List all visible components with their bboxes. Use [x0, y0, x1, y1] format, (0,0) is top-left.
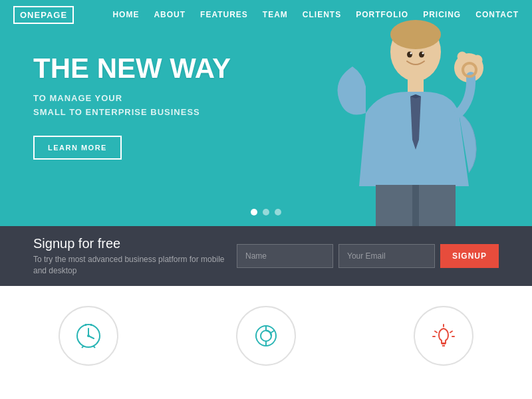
svg-rect-2	[408, 78, 424, 92]
pie-icon-circle	[236, 306, 296, 366]
dot-1[interactable]	[251, 209, 257, 215]
nav-contact[interactable]: CONTACT	[475, 10, 519, 19]
svg-line-32	[435, 331, 437, 332]
svg-rect-10	[416, 185, 456, 226]
svg-rect-11	[412, 185, 419, 226]
feature-item-clock	[29, 306, 148, 366]
feature-item-pie	[206, 306, 326, 366]
dot-3[interactable]	[275, 209, 281, 215]
svg-point-14	[410, 53, 412, 55]
signup-button[interactable]: SIGNUP	[440, 244, 499, 268]
logo-page: PAGE	[41, 10, 67, 20]
signup-email-input[interactable]	[338, 244, 435, 268]
clock-icon-circle	[59, 306, 118, 366]
signup-title: Signup for free	[33, 236, 237, 251]
nav-about[interactable]: ABOUT	[154, 10, 186, 19]
nav-team[interactable]: TEAM	[263, 10, 288, 19]
svg-line-22	[82, 346, 84, 348]
slider-dots	[251, 209, 281, 215]
nav-clients[interactable]: CLIENTS	[303, 10, 341, 19]
features-section	[0, 286, 532, 396]
bulb-icon-circle	[414, 306, 473, 366]
svg-point-6	[473, 55, 482, 65]
feature-item-bulb	[384, 306, 503, 366]
nav-home[interactable]: HOME	[112, 10, 139, 19]
signup-description: To try the most advanced business platfo…	[33, 254, 237, 277]
hero-person-illustration	[306, 13, 492, 226]
logo[interactable]: ONEPAGE	[13, 6, 74, 24]
nav-features[interactable]: FEATURES	[200, 10, 248, 19]
hero-title: THE NEW WAY	[33, 53, 231, 84]
logo-one: ONE	[20, 10, 41, 20]
navbar: ONEPAGE HOME ABOUT FEATURES TEAM CLIENTS…	[0, 0, 532, 29]
signup-name-input[interactable]	[237, 244, 333, 268]
learn-more-button[interactable]: LEARN MORE	[33, 136, 122, 160]
svg-line-23	[93, 346, 95, 348]
svg-line-33	[450, 331, 452, 332]
nav-links: HOME ABOUT FEATURES TEAM CLIENTS PORTFOL…	[112, 10, 519, 19]
clock-icon	[74, 322, 102, 350]
lightbulb-icon	[430, 322, 458, 350]
svg-point-15	[422, 53, 424, 55]
nav-pricing[interactable]: PRICING	[423, 10, 461, 19]
hero-content: THE NEW WAY TO MANAGE YOUR SMALL TO ENTE…	[33, 53, 231, 160]
svg-point-7	[458, 52, 467, 61]
hero-section: ONEPAGE HOME ABOUT FEATURES TEAM CLIENTS…	[0, 0, 532, 226]
person-svg	[313, 20, 485, 226]
svg-line-27	[271, 331, 274, 333]
svg-point-19	[87, 334, 90, 337]
signup-text: Signup for free To try the most advanced…	[33, 236, 237, 277]
svg-rect-9	[376, 185, 416, 226]
hero-subtitle: TO MANAGE YOUR SMALL TO ENTERPRISE BUSIN…	[33, 92, 231, 120]
signup-form: SIGNUP	[237, 244, 499, 268]
nav-portfolio[interactable]: PORTFOLIO	[356, 10, 408, 19]
signup-section: Signup for free To try the most advanced…	[0, 226, 532, 286]
dot-2[interactable]	[263, 209, 269, 215]
pie-chart-icon	[252, 322, 280, 350]
